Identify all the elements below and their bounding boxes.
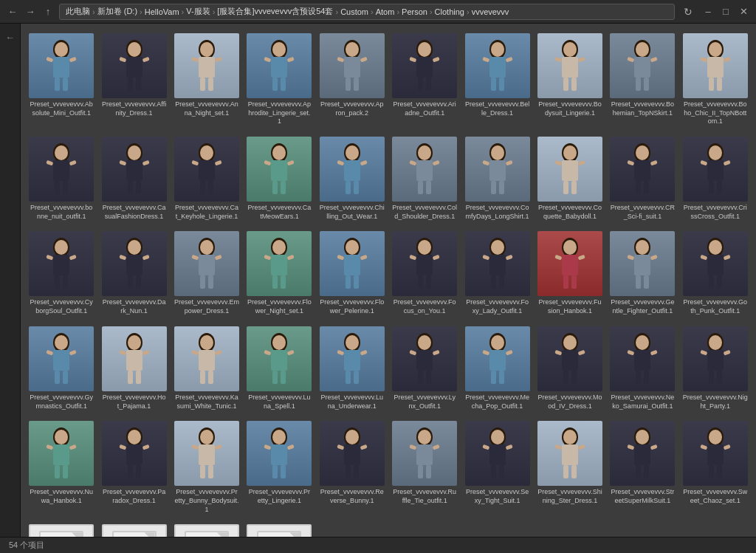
svg-rect-304 (272, 465, 278, 478)
svg-rect-75 (46, 160, 53, 166)
file-item[interactable]: Preset_vvvevevvv.Night_Party.1 (99, 521, 168, 537)
maximize-button[interactable]: □ (719, 5, 732, 18)
file-item[interactable]: Preset_vvvevevvv.CrissCross_Outfit.1 (681, 133, 750, 224)
svg-rect-156 (199, 255, 215, 275)
svg-rect-216 (69, 350, 77, 356)
svg-rect-305 (281, 465, 286, 478)
file-item[interactable]: Preset_vvvevevvv.Apron_pack.2 (317, 30, 387, 130)
file-item[interactable]: Preset_vvvevevvv.Nuwa_Hanbok.1 (27, 417, 96, 518)
file-item[interactable]: Preset_vvvevevvv.Sexy_Tight_Suit.1 (462, 417, 532, 518)
file-item[interactable]: Preset_vvvevevvv.Luna_Underwear.1 (317, 323, 387, 414)
file-item[interactable]: Preset_vvvevevvv.CasualFashionDress.1 (99, 133, 168, 224)
file-item[interactable]: Preset_vvvevevvv.Mood_IV_Dress.1 (535, 323, 605, 414)
file-item[interactable]: Preset_vvvevevvv.Cat_Keyhole_Lingerie.1 (172, 133, 241, 224)
file-item[interactable]: Preset_vvvevevvv.ComfyDays_LongShirt.1 (462, 133, 532, 224)
svg-rect-328 (505, 444, 512, 450)
svg-rect-207 (717, 275, 722, 289)
file-item[interactable]: Preset_vvvevevvv.Focus_on_You.1 (390, 227, 459, 319)
svg-rect-139 (723, 160, 730, 166)
file-item[interactable]: Preset_vvvevevvv.Gymnastics_Outfit.1 (27, 323, 96, 414)
file-item[interactable]: Preset_vvvevevvv.CatMeowEars.1 (244, 133, 314, 224)
svg-rect-9 (126, 57, 142, 78)
svg-rect-138 (700, 160, 707, 166)
svg-rect-250 (409, 350, 416, 356)
svg-point-92 (272, 145, 286, 160)
file-name: Preset_vvvevevvv.Luna_Underwear.1 (320, 394, 385, 411)
minimize-button[interactable]: – (701, 5, 715, 18)
file-item[interactable]: Preset_vvvevevvv.Cold_Shoulder_Dress.1 (390, 133, 459, 224)
svg-rect-27 (287, 57, 295, 63)
file-item[interactable]: Preset_vvvevevvv.Ariadne_Outfit.1 (390, 30, 459, 130)
file-name: Preset_vvvevevvv.CatMeowEars.1 (247, 204, 312, 221)
file-item[interactable]: Preset_vvvevevvv.Foxy_Lady_Outfit.1 (462, 227, 532, 319)
file-item[interactable]: Preset_vvvevevvv.Belle_Dress.1 (462, 30, 532, 130)
svg-point-85 (200, 145, 213, 160)
file-item[interactable]: Preset_vvvevevvv.Pretty_Lingerie.1 (244, 417, 314, 518)
svg-rect-201 (628, 255, 635, 261)
file-item[interactable]: Preset_vvvevevvv.Mood_IV_Dress.1 (27, 521, 96, 537)
file-item[interactable]: Preset_vvvevevvv.Luna_Spell.1 (244, 323, 314, 414)
file-name: Preset_vvvevevvv.Goth_Punk_Outfit.1 (683, 298, 748, 315)
file-item[interactable]: Preset_vvvevevvv.Mecha_Pop_Outfit.1 (462, 323, 532, 414)
svg-rect-86 (199, 160, 215, 181)
file-item[interactable]: Preset_vvvevevvv.CyborgSoul_Outfit.1 (27, 227, 96, 319)
svg-rect-188 (505, 255, 512, 261)
file-item[interactable]: Preset_vvvevevvv.Flower_Pelerine.1 (317, 227, 387, 319)
file-item[interactable]: Preset_vvvevevvv.Pretty_Bunny.1 (244, 521, 314, 537)
file-item[interactable]: Preset_vvvevevvv.Reverse_Bunny.1 (317, 417, 387, 518)
file-item[interactable]: Preset_vvvevevvv.bonne_nuit_outfit.1 (27, 133, 96, 224)
svg-rect-325 (491, 465, 496, 478)
file-item[interactable]: Preset_vvvevevvv.Goth_Punk_Outfit.1 (681, 227, 750, 319)
file-item[interactable]: Preset_vvvevevvv.StreetSuperMilkSuit.1 (608, 417, 677, 518)
svg-rect-297 (200, 465, 205, 478)
file-item[interactable]: Preset_vvvevevvv.Lynx_Outfit.1 (390, 323, 459, 414)
up-button[interactable]: ↑ (41, 5, 55, 18)
svg-rect-286 (69, 444, 77, 450)
file-item[interactable]: Preset_vvvevevvv.Hot_Pajama.1 (99, 323, 168, 414)
svg-rect-332 (563, 465, 568, 478)
file-item[interactable]: Preset_vvvevevvv.Dark_Nun.1 (99, 227, 168, 319)
svg-rect-327 (482, 444, 489, 450)
svg-rect-11 (136, 78, 141, 91)
file-item[interactable]: Preset_vvvevevvv.Affinity_Dress.1 (99, 30, 168, 130)
file-item[interactable]: Preset_vvvevevvv.Kasumi_White_Tunic.1 (172, 323, 241, 414)
file-item[interactable]: Preset_vvvevevvv.Empower_Dress.1 (172, 227, 241, 319)
address-bar[interactable]: 此电脑 › 新加卷 (D:) › HelloVam › V-服装 › [服装合集… (59, 4, 675, 20)
file-item[interactable]: Preset_vvvevevvv.Shining_Ster_Dress.1 (535, 417, 605, 518)
file-item[interactable]: Preset_vvvevevvv.Bodysuit_Lingerie.1 (535, 30, 605, 130)
close-button[interactable]: ✕ (737, 5, 750, 18)
file-item[interactable]: Preset_vvvevevvv.Chilling_Out_Wear.1 (317, 133, 387, 224)
file-item[interactable]: Preset_vvvevevvv.CR_Sci-fi_suit.1 (608, 133, 677, 224)
svg-rect-312 (354, 465, 359, 478)
svg-rect-321 (433, 444, 440, 450)
file-item[interactable]: Preset_vvvevevvv.Absolute_Mini_Outfit.1 (27, 30, 96, 130)
svg-rect-241 (346, 371, 351, 384)
file-item[interactable]: Preset_vvvevevvv.Anna_Night_set.1 (172, 30, 241, 130)
forward-button[interactable]: → (24, 5, 37, 18)
file-item[interactable]: Preset_vvvevevvv.Gentle_Fighter_Outfit.1 (608, 227, 677, 319)
file-item[interactable]: Preset_vvvevevvv.Neko_Samurai_Outfit.1 (608, 323, 677, 414)
file-item[interactable]: Preset_vvvevevvv.Coquette_Babydoll.1 (535, 133, 605, 224)
svg-rect-184 (489, 255, 506, 275)
file-item[interactable]: Preset_vvvevevvv.Boho_Chic_II_TopNBottom… (681, 30, 750, 130)
file-item[interactable]: Preset_vvvevevvv.Pretty_Bunny_Bodysuit.1 (172, 417, 241, 518)
svg-rect-31 (346, 78, 351, 91)
file-item[interactable]: Preset_vvvevevvv.Fusion_Hanbok.1 (535, 227, 605, 319)
svg-rect-4 (63, 78, 68, 91)
file-item[interactable]: Preset_vvvevevvv.Night_Party.1 (681, 323, 750, 414)
file-name: Preset_vvvevevvv.Anna_Night_set.1 (174, 100, 239, 117)
back-button[interactable]: ← (6, 5, 19, 18)
file-item[interactable]: Preset_vvvevevvv.Aphrodite_Lingerie_set.… (244, 30, 314, 130)
file-item[interactable]: Preset_vvvevevvv.Bohemian_TopNSkirt.1 (608, 30, 677, 130)
arrow-left-icon[interactable]: ← (3, 30, 17, 45)
file-item[interactable]: Preset_vvvevevvv.Sweet_Chaoz_set.1 (681, 417, 750, 518)
svg-rect-61 (628, 57, 635, 63)
file-item[interactable]: Preset_vvvevevvv.Paradox_Dress.1 (99, 417, 168, 518)
file-item[interactable]: Preset_vvvevevvv.Flower_Night_set.1 (244, 227, 314, 319)
file-item[interactable]: Preset_vvvevevvv.Ruffle_Tie_outfit.1 (390, 417, 459, 518)
svg-rect-32 (354, 78, 359, 91)
svg-point-295 (200, 430, 213, 444)
file-item[interactable]: Preset_vvvevevvv.Paradox_Dress.1 (172, 521, 241, 537)
svg-rect-265 (578, 350, 585, 356)
refresh-button[interactable]: ↻ (679, 3, 697, 21)
